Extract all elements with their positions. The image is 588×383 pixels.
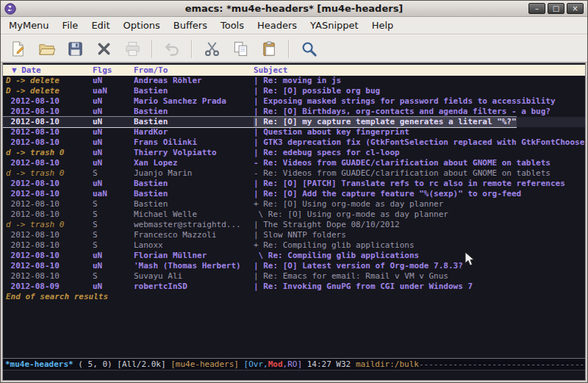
close-button[interactable]: × [567,3,584,14]
menu-help[interactable]: Help [365,18,401,33]
message-flags: uN [93,137,134,148]
message-flags: uN [93,158,134,168]
save-icon[interactable] [63,37,87,60]
mouse-cursor [465,251,475,267]
message-from: Mario Sanchez Prada [134,96,254,107]
message-subject: \ Re: [O] Using org-mode as day planner [254,210,448,220]
message-date: 2012-08-10 [3,210,93,220]
buffer-empty-area [3,302,585,358]
message-date: 2012-08-10 [3,199,93,210]
toolbar-separator [151,40,153,58]
menu-buffers[interactable]: Buffers [167,18,214,33]
menu-tools[interactable]: Tools [214,18,251,33]
menubar: MyMenuFileEditOptionsBuffersToolsHeaders… [1,17,587,35]
message-row[interactable]: 2012-08-10 uN Bastien | Re: [O] my captu… [3,117,585,127]
column-header-date[interactable]: ▼ Date [3,65,93,76]
message-row[interactable]: 2012-08-10 S Lanoxx + Re: Compiling glib… [3,240,585,251]
copy-icon[interactable] [229,37,252,60]
message-subject: | Re: moving in js [254,76,341,86]
message-from: robertcInSD [134,282,254,292]
open-file-icon[interactable] [35,37,58,60]
message-row[interactable]: 2012-08-10 uN Florian Müllner \ Re: Comp… [3,251,585,261]
message-subject: | Re: edebug specs for cl-loop [254,148,400,158]
message-row[interactable]: d -> trash 0 S webmaster@straightd... | … [3,220,585,230]
message-date: d -> trash 0 [3,168,93,179]
message-row[interactable]: 2012-08-10 uN Bastien | Re: [O] Birthday… [3,107,585,117]
toolbar-separator [191,40,193,58]
paste-icon[interactable] [257,37,281,60]
menu-options[interactable]: Options [117,18,167,33]
modeline-segment-plain [239,359,244,369]
message-flags: uaN [93,189,134,199]
message-list: D -> delete uN Andreas Röhler | Re: movi… [3,76,585,292]
end-of-results-text: End of search results [3,292,585,302]
menu-yasnippet[interactable]: YASnippet [304,18,365,33]
message-row[interactable]: 2012-08-10 uN Mario Sanchez Prada | Expo… [3,96,585,107]
message-subject: - Re: Videos from GUADEC/clarification a… [254,168,551,179]
message-date: D -> delete [3,86,93,96]
message-row[interactable]: 2012-08-10 uN Xan Lopez - Re: Videos fro… [3,158,585,168]
message-subject: | Re: Invoking GnuPG from CGI under Wind… [254,282,473,292]
message-row[interactable]: 2012-08-10 uN Bastien | Re: [O] [PATCH] … [3,179,585,189]
message-flags: S [93,168,134,179]
toolbar [1,35,587,62]
message-date: 2012-08-10 [3,117,93,127]
window-controls: – □ × [526,3,584,14]
maximize-button[interactable]: □ [548,3,564,14]
message-row[interactable]: D -> delete uN Andreas Röhler | Re: movi… [3,76,585,86]
message-row[interactable]: 2012-08-10 S Michael Welle \ Re: [O] Usi… [3,210,585,220]
message-row[interactable]: 2012-08-10 S Suvayu Ali | Re: Emacs for … [3,271,585,282]
print-icon [121,37,144,60]
message-row[interactable]: 2012-08-10 uN HardKor | Question about k… [3,127,585,137]
menu-mymenu[interactable]: MyMenu [2,18,56,33]
message-subject: | Slow NNTP folders [254,230,346,240]
new-file-icon[interactable] [6,37,29,60]
minimize-button[interactable]: – [528,3,545,14]
titlebar[interactable]: emacs: *mu4e-headers* [mu4e-headers] – □… [1,1,587,17]
modeline-segment-orange: maildir:/bulk [356,359,419,369]
message-flags: uN [93,179,134,189]
menu-headers[interactable]: Headers [251,18,304,33]
message-row[interactable]: d -> trash 0 S Juanjo Marin - Re: Videos… [3,168,585,179]
cut-icon[interactable] [200,37,223,60]
message-from: Frans Oilinki [134,137,254,148]
message-row[interactable]: D -> delete uaN Bastien | Re: [O] possib… [3,86,585,96]
message-row[interactable]: 2012-08-09 uN robertcInSD | Re: Invoking… [3,282,585,292]
message-date: 2012-08-10 [3,96,93,107]
message-row[interactable]: 2012-08-10 uN Frans Oilinki | GTK3 depre… [3,137,585,148]
message-from: Bastien [134,107,254,117]
echo-area[interactable] [3,371,585,380]
message-row[interactable]: d -> trash 0 uN Thierry Volpiatto | Re: … [3,148,585,158]
modeline[interactable]: *mu4e-headers* ( 5, 0) [All/2.0k] [mu4e-… [3,358,585,371]
message-flags: S [93,210,134,220]
modeline-segment-plain: ( 5, 0) [All/2.0k] [74,359,171,369]
message-row[interactable]: 2012-08-10 uaN Bastien | Re: [O] Add the… [3,189,585,199]
message-row[interactable]: 2012-08-10 S Francesco Mazzoli | Slow NN… [3,230,585,240]
window-title: emacs: *mu4e-headers* [mu4e-headers] [1,3,587,14]
message-from: Thierry Volpiatto [134,148,254,158]
menu-file[interactable]: File [56,18,85,33]
message-row[interactable]: 2012-08-10 S Bastien + Re: [O] Using org… [3,199,585,210]
message-flags: uN [93,282,134,292]
message-date: 2012-08-10 [3,107,93,117]
message-subject: | Re: Emacs for email: Rmail v VM v Gnus [254,271,448,282]
message-from: Florian Müllner [134,251,254,261]
column-header-flags[interactable]: Flgs [93,65,134,76]
menu-edit[interactable]: Edit [85,18,116,33]
message-from: Francesco Mazzoli [134,230,254,240]
message-from: Bastien [134,117,254,127]
search-icon[interactable] [297,37,320,60]
message-flags: uN [93,148,134,158]
toolbar-separator [288,40,290,58]
column-header-from[interactable]: From/To [134,65,254,76]
message-from: Bastien [134,179,254,189]
message-from: Michael Welle [134,210,254,220]
kill-buffer-icon[interactable] [92,37,115,60]
column-header-subject[interactable]: Subject [254,65,287,76]
message-from: Andreas Röhler [134,76,254,86]
message-subject: | Re: [O] Latest version of Org-mode 7.8… [254,261,463,271]
message-flags: uN [93,127,134,137]
message-row[interactable]: 2012-08-10 uN 'Mash (Thomas Herbert) | R… [3,261,585,271]
emacs-frame: ▼ Date Flgs From/To Subject D -> delete … [2,62,586,381]
message-subject: | Re: [O] possible org bug [254,86,380,96]
